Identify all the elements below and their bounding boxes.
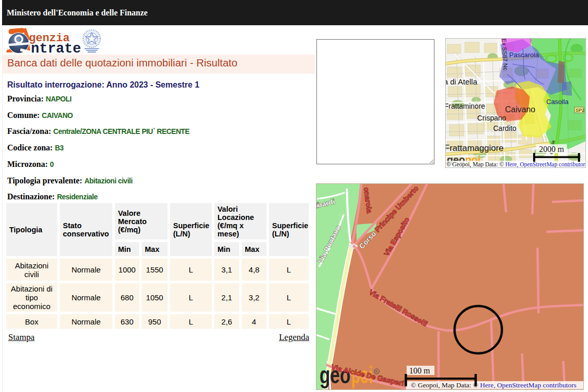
- svg-text:2000 m: 2000 m: [539, 145, 564, 154]
- svg-text:Cardito: Cardito: [493, 124, 516, 132]
- svg-text:100 m: 100 m: [409, 366, 430, 375]
- svg-text:Frattamaggiore: Frattamaggiore: [445, 143, 503, 153]
- svg-text:Pascarola: Pascarola: [509, 51, 540, 59]
- svg-text:© Geopoi, Map Data: © Here, Op: © Geopoi, Map Data: © Here, OpenStreetMa…: [411, 381, 577, 389]
- svg-text:© Geopoi, Map Data: © Here, Op: © Geopoi, Map Data: © Here, OpenStreetMa…: [446, 161, 586, 168]
- svg-text:Crispano: Crispano: [477, 114, 506, 122]
- svg-text:Casolla: Casolla: [546, 98, 569, 106]
- svg-text:ntrate: ntrate: [31, 41, 81, 57]
- svg-text:a di Atella: a di Atella: [445, 77, 478, 86]
- svg-text:Caivano: Caivano: [505, 105, 535, 114]
- svg-text:Frattaminore: Frattaminore: [445, 102, 485, 110]
- svg-text:SP2: SP2: [576, 108, 584, 113]
